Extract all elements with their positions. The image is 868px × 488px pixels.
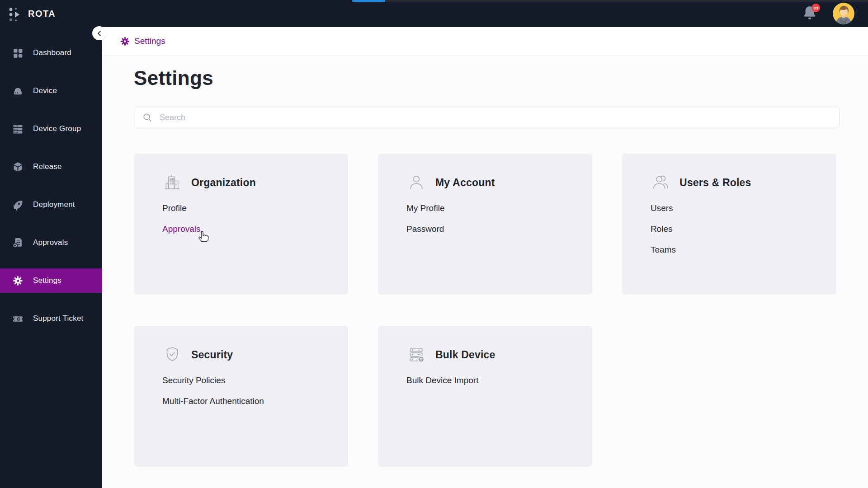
server-upload-icon [406, 345, 426, 365]
link-approvals[interactable]: Approvals [162, 219, 201, 239]
rocket-icon [12, 199, 24, 211]
server-stack-icon [12, 123, 24, 135]
link-security-policies[interactable]: Security Policies [162, 370, 225, 391]
gear-icon [120, 36, 130, 47]
app-name: ROTA [28, 9, 56, 19]
card-users-roles: Users & Roles Users Roles Teams [622, 154, 836, 295]
sidebar-collapse-button[interactable] [92, 26, 106, 40]
card-title: Bulk Device [435, 349, 495, 361]
tab-indicator [352, 0, 385, 2]
link-roles[interactable]: Roles [651, 219, 673, 239]
sidebar-item-label: Support Ticket [33, 314, 83, 323]
building-icon [162, 173, 182, 192]
notification-badge: 03 [811, 4, 820, 12]
page-title: Settings [134, 66, 840, 90]
sidebar-item-label: Approvals [33, 238, 68, 247]
card-title: Users & Roles [679, 177, 751, 189]
card-organization: Organization Profile Approvals [134, 154, 348, 295]
link-my-profile[interactable]: My Profile [406, 198, 444, 219]
sidebar-item-label: Release [33, 162, 62, 171]
breadcrumb[interactable]: Settings [120, 36, 165, 47]
card-bulk-device: Bulk Device Bulk Device Import [378, 326, 592, 467]
app-bar: Settings [102, 27, 868, 56]
avatar[interactable] [833, 3, 854, 24]
hard-drive-icon [12, 85, 24, 97]
card-security: Security Security Policies Multi-Factor … [134, 326, 348, 467]
sidebar-item-support-ticket[interactable]: Support Ticket [0, 306, 102, 331]
card-my-account: My Account My Profile Password [378, 154, 592, 295]
shield-check-icon [162, 345, 182, 365]
notifications-button[interactable]: 03 [802, 4, 821, 23]
sidebar-item-settings[interactable]: Settings [0, 268, 102, 293]
sidebar-item-label: Dashboard [33, 48, 71, 57]
card-title: Organization [191, 177, 256, 189]
link-password[interactable]: Password [406, 219, 444, 239]
sidebar-item-device[interactable]: Device [0, 79, 102, 103]
breadcrumb-label: Settings [134, 36, 165, 46]
sidebar-item-device-group[interactable]: Device Group [0, 117, 102, 141]
people-icon [651, 173, 670, 192]
sidebar-item-dashboard[interactable]: Dashboard [0, 41, 102, 65]
sidebar-item-deployment[interactable]: Deployment [0, 192, 102, 217]
link-profile[interactable]: Profile [162, 198, 187, 219]
browser-tab-strip [385, 0, 868, 2]
sidebar-item-label: Device Group [33, 124, 81, 133]
cube-icon [12, 161, 24, 173]
gear-icon [12, 275, 24, 286]
top-bar: ROTA 03 [0, 0, 868, 27]
card-title: My Account [435, 177, 495, 189]
app-logo: ROTA [7, 6, 56, 21]
search-bar [134, 107, 840, 128]
link-teams[interactable]: Teams [651, 239, 676, 260]
sidebar-item-label: Device [33, 86, 57, 95]
sidebar-item-release[interactable]: Release [0, 155, 102, 179]
search-input[interactable] [160, 113, 831, 122]
sidebar-item-label: Deployment [33, 200, 75, 209]
rota-logo-icon [7, 6, 23, 21]
sidebar-item-label: Settings [33, 276, 61, 285]
link-bulk-device-import[interactable]: Bulk Device Import [406, 370, 478, 391]
sidebar-item-approvals[interactable]: Approvals [0, 230, 102, 255]
main-content: Settings [102, 56, 868, 488]
link-mfa[interactable]: Multi-Factor Authentication [162, 391, 264, 412]
ticket-icon [12, 313, 24, 324]
card-title: Security [191, 349, 233, 361]
link-users[interactable]: Users [651, 198, 673, 219]
person-icon [406, 173, 426, 192]
chevron-left-icon [95, 29, 104, 38]
dashboard-icon [12, 47, 24, 59]
document-check-icon [12, 237, 24, 249]
search-icon [142, 113, 152, 122]
sidebar: Dashboard Device Device Group [0, 27, 102, 488]
avatar-image [833, 3, 854, 24]
